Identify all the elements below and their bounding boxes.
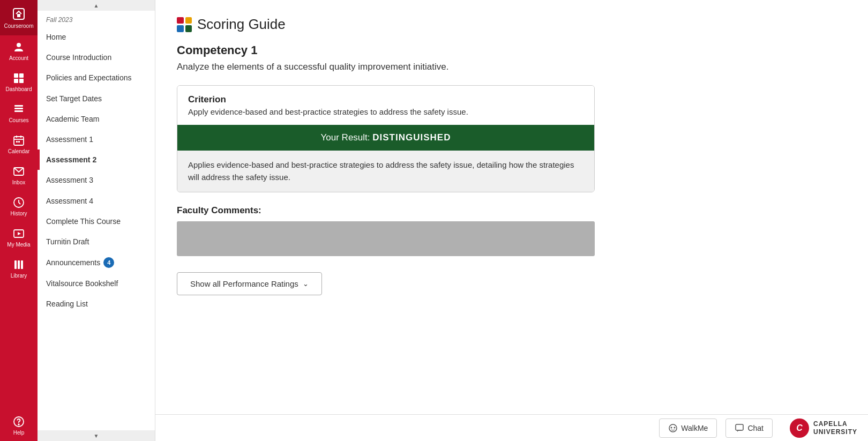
nav-item-turnitin-draft[interactable]: Turnitin Draft <box>38 231 155 252</box>
nav-item-complete-this-course[interactable]: Complete This Course <box>38 211 155 231</box>
scroll-up-button[interactable]: ▲ <box>38 0 155 11</box>
walkme-label: WalkMe <box>681 424 708 432</box>
result-bar: Your Result: DISTINGUISHED <box>177 125 594 151</box>
sidebar-icon-label: My Media <box>7 242 30 248</box>
svg-rect-14 <box>16 141 18 143</box>
sidebar-item-library[interactable]: Library <box>0 253 38 284</box>
svg-rect-1 <box>17 14 20 17</box>
page-title: Scoring Guide <box>197 16 286 33</box>
result-description: Applies evidence-based and best-practice… <box>177 151 594 192</box>
scroll-down-button[interactable]: ▼ <box>38 430 155 441</box>
sidebar-item-dashboard[interactable]: Dashboard <box>0 66 38 98</box>
sidebar-icon-label: Courseroom <box>4 23 33 29</box>
nav-item-academic-team[interactable]: Academic Team <box>38 109 155 129</box>
scoring-guide-icon <box>177 17 192 32</box>
sidebar-icon-label: History <box>10 211 27 216</box>
sidebar-icon-label: Calendar <box>8 148 30 154</box>
sidebar-item-help[interactable]: Help <box>0 410 38 441</box>
svg-rect-21 <box>18 260 20 269</box>
chevron-down-icon: ⌄ <box>303 280 309 288</box>
svg-rect-20 <box>14 260 17 269</box>
nav-item-reading-list[interactable]: Reading List <box>38 294 155 314</box>
capella-logo: C CAPELLAUNIVERSITY <box>790 418 857 438</box>
svg-marker-19 <box>18 232 21 235</box>
nav-item-course-introduction[interactable]: Course Introduction <box>38 47 155 68</box>
chat-label: Chat <box>747 424 764 432</box>
sidebar-icon-label: Inbox <box>12 180 25 185</box>
nav-item-assessment-3[interactable]: Assessment 3 <box>38 170 155 190</box>
nav-item-assessment-2[interactable]: Assessment 2 <box>38 150 155 170</box>
criterion-label: Criterion <box>188 94 583 105</box>
svg-point-25 <box>669 424 677 432</box>
walkme-icon <box>668 423 678 433</box>
sidebar-item-courses[interactable]: Courses <box>0 98 38 129</box>
svg-rect-4 <box>19 73 24 78</box>
competency-description: Analyze the elements of a successful qua… <box>177 62 847 72</box>
svg-point-2 <box>17 43 21 47</box>
faculty-comments-box <box>177 221 595 256</box>
chat-button[interactable]: Chat <box>725 418 773 438</box>
svg-point-24 <box>18 424 19 425</box>
chat-icon <box>735 423 744 433</box>
announcements-badge: 4 <box>103 257 114 268</box>
sidebar-item-inbox[interactable]: Inbox <box>0 160 38 191</box>
svg-point-26 <box>671 427 672 428</box>
svg-rect-5 <box>14 79 18 83</box>
sidebar-icon-label: Courses <box>9 117 28 123</box>
svg-rect-15 <box>18 141 20 143</box>
result-label: Your Result: <box>321 132 373 143</box>
nav-scroll-container: Fall 2023 Home Course Introduction Polic… <box>38 11 155 430</box>
nav-sidebar: ▲ Fall 2023 Home Course Introduction Pol… <box>38 0 155 441</box>
svg-rect-22 <box>21 260 23 269</box>
capella-logo-icon: C <box>790 418 809 438</box>
svg-point-27 <box>674 427 676 428</box>
nav-item-vitalsource[interactable]: Vitalsource Bookshelf <box>38 273 155 294</box>
nav-term: Fall 2023 <box>38 11 155 27</box>
sidebar-item-history[interactable]: History <box>0 191 38 222</box>
icon-cell-blue <box>177 25 184 32</box>
icon-cell-orange <box>185 17 192 24</box>
criterion-card: Criterion Apply evidence-based and best-… <box>177 85 595 192</box>
walkme-button[interactable]: WalkMe <box>659 418 717 438</box>
show-ratings-button[interactable]: Show all Performance Ratings ⌄ <box>177 272 322 295</box>
sidebar-item-courseroom[interactable]: Courseroom <box>0 0 38 35</box>
nav-item-set-target-dates[interactable]: Set Target Dates <box>38 88 155 109</box>
svg-rect-28 <box>736 424 743 430</box>
competency-title: Competency 1 <box>177 43 847 57</box>
capella-logo-text: CAPELLAUNIVERSITY <box>813 420 857 436</box>
faculty-comments-label: Faculty Comments: <box>177 205 847 216</box>
nav-item-assessment-4[interactable]: Assessment 4 <box>38 191 155 211</box>
svg-rect-3 <box>14 73 18 78</box>
nav-item-assessment-1[interactable]: Assessment 1 <box>38 129 155 150</box>
bottom-bar: WalkMe Chat C CAPELLAUNIVERSITY <box>155 414 868 441</box>
svg-rect-8 <box>14 108 23 109</box>
sidebar-icon-nav: Courseroom Account Dashboard Courses <box>0 0 38 441</box>
sidebar-item-account[interactable]: Account <box>0 35 38 66</box>
svg-rect-7 <box>14 105 23 107</box>
sidebar-icon-label: Library <box>11 273 27 279</box>
main-content: Scoring Guide Competency 1 Analyze the e… <box>155 0 868 441</box>
criterion-desc: Apply evidence-based and best-practice s… <box>188 107 583 116</box>
result-value: DISTINGUISHED <box>372 132 451 143</box>
sidebar-icon-label: Account <box>9 55 28 61</box>
sidebar-icon-label: Help <box>13 430 25 436</box>
scoring-guide-header: Scoring Guide <box>177 16 847 33</box>
svg-rect-9 <box>14 110 23 112</box>
sidebar-item-my-media[interactable]: My Media <box>0 222 38 253</box>
sidebar-icon-label: Dashboard <box>6 86 32 92</box>
svg-rect-6 <box>19 79 24 83</box>
nav-item-home[interactable]: Home <box>38 27 155 47</box>
nav-item-policies[interactable]: Policies and Expectations <box>38 68 155 88</box>
sidebar-item-calendar[interactable]: Calendar <box>0 129 38 160</box>
nav-item-announcements[interactable]: Announcements 4 <box>38 252 155 273</box>
icon-cell-green <box>185 25 192 32</box>
icon-cell-red <box>177 17 184 24</box>
criterion-header: Criterion Apply evidence-based and best-… <box>177 86 594 125</box>
